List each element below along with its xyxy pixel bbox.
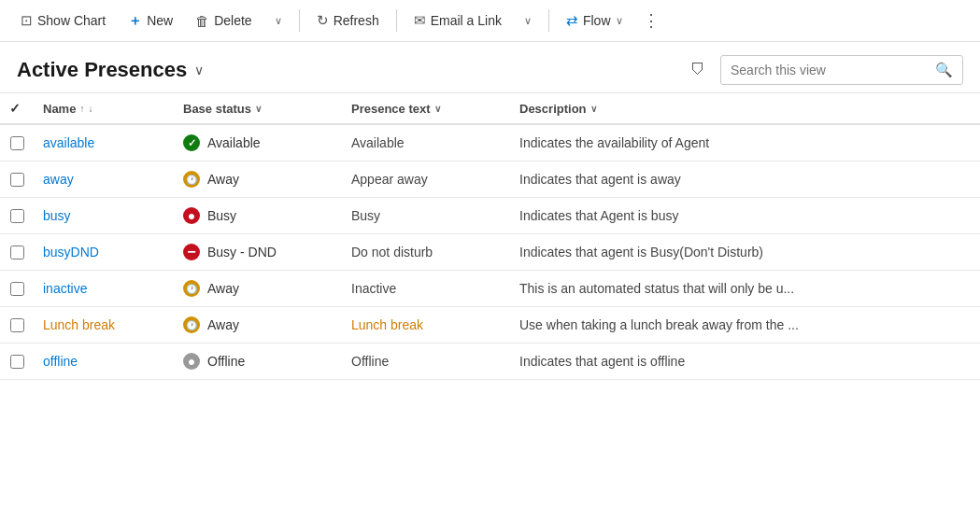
row-name-cell: offline — [34, 344, 174, 380]
row-status-cell: − Busy - DND — [174, 234, 342, 271]
row-status-cell: 🕐 Away — [174, 161, 342, 198]
status-cell: ● Busy — [183, 207, 333, 224]
row-name-link[interactable]: offline — [43, 354, 78, 369]
row-checkbox[interactable] — [10, 355, 24, 369]
row-presence-cell: Offline — [342, 344, 510, 380]
status-cell: 🕐 Away — [183, 280, 333, 297]
new-label: New — [147, 13, 173, 28]
row-name-link[interactable]: available — [43, 135, 94, 150]
search-box: 🔍 — [720, 55, 963, 85]
table-row: inactive 🕐 Away Inactive This is an auto… — [0, 271, 980, 307]
table-header: ✓ Name ↑ ↓ Base status ∨ — [0, 93, 980, 125]
delete-button[interactable]: 🗑 Delete — [186, 7, 261, 35]
show-chart-button[interactable]: ⊡ Show Chart — [11, 7, 115, 35]
header-name[interactable]: Name ↑ ↓ — [34, 93, 174, 125]
search-input[interactable] — [721, 57, 926, 83]
flow-button[interactable]: ⇄ Flow ∨ — [557, 7, 632, 35]
view-title-area: Active Presences ∨ — [17, 58, 204, 82]
status-label: Busy - DND — [207, 245, 277, 260]
status-label: Away — [207, 317, 239, 332]
header-base-status[interactable]: Base status ∨ — [174, 93, 342, 125]
desc-sort-icon: ∨ — [590, 104, 597, 114]
row-status-cell: 🕐 Away — [174, 307, 342, 344]
presence-text-label: Busy — [351, 208, 380, 223]
row-checkbox[interactable] — [10, 173, 24, 187]
refresh-button[interactable]: ↻ Refresh — [307, 7, 389, 35]
table-row: busy ● Busy Busy Indicates that Agent is… — [0, 198, 980, 234]
name-col-label: Name — [43, 102, 76, 116]
row-name-cell: away — [34, 161, 174, 198]
row-presence-cell: Lunch break — [342, 307, 510, 344]
row-checkbox-cell — [0, 271, 34, 307]
filter-icon: ⛉ — [690, 62, 705, 77]
desc-col-label: Description — [519, 102, 587, 116]
status-cell: ✓ Available — [183, 134, 333, 151]
status-indicator: 🕐 — [183, 316, 200, 333]
row-description-cell: This is an automated status that will on… — [510, 271, 980, 307]
row-name-link[interactable]: busy — [43, 208, 71, 223]
row-checkbox[interactable] — [10, 282, 24, 296]
row-name-cell: busyDND — [34, 234, 174, 271]
row-name-link[interactable]: inactive — [43, 281, 87, 296]
row-checkbox[interactable] — [10, 209, 24, 223]
header-presence-text[interactable]: Presence text ∨ — [342, 93, 510, 125]
presence-text-label: Inactive — [351, 281, 396, 296]
status-indicator: ● — [183, 207, 200, 224]
status-cell: − Busy - DND — [183, 244, 333, 260]
email-link-label: Email a Link — [431, 13, 502, 28]
row-checkbox[interactable] — [10, 318, 24, 332]
row-checkbox-cell — [0, 161, 34, 198]
description-text: Indicates the availability of Agent — [519, 135, 709, 150]
row-status-cell: ✓ Available — [174, 124, 342, 161]
dropdown-after-delete-button[interactable]: ∨ — [265, 9, 291, 33]
row-status-cell: 🕐 Away — [174, 271, 342, 307]
email-dropdown-button[interactable]: ∨ — [515, 9, 541, 33]
row-description-cell: Indicates that agent is away — [510, 161, 980, 198]
row-presence-cell: Do not disturb — [342, 234, 510, 271]
row-name-link[interactable]: busyDND — [43, 245, 99, 260]
row-checkbox-cell — [0, 198, 34, 234]
table-body: available ✓ Available Available Indicate… — [0, 124, 980, 380]
status-indicator: 🕐 — [183, 171, 200, 188]
row-name-link[interactable]: Lunch break — [43, 317, 115, 332]
row-presence-cell: Appear away — [342, 161, 510, 198]
check-mark-icon: ✓ — [9, 101, 21, 116]
filter-button[interactable]: ⛉ — [683, 57, 713, 83]
row-description-cell: Indicates that Agent is busy — [510, 198, 980, 234]
search-icon: 🔍 — [935, 62, 953, 77]
status-indicator: ✓ — [183, 134, 200, 151]
more-options-button[interactable]: ⋮ — [636, 6, 666, 35]
status-label: Away — [207, 281, 239, 296]
row-name-link[interactable]: away — [43, 172, 74, 187]
email-link-button[interactable]: ✉ Email a Link — [405, 7, 511, 35]
refresh-icon: ↻ — [317, 12, 329, 29]
row-checkbox-cell — [0, 307, 34, 344]
row-checkbox[interactable] — [10, 245, 24, 260]
table-row: away 🕐 Away Appear away Indicates that a… — [0, 161, 980, 198]
email-icon: ✉ — [414, 12, 426, 29]
row-checkbox-cell — [0, 234, 34, 271]
header-check-area: ✓ — [9, 101, 24, 116]
row-description-cell: Indicates that agent is offline — [510, 344, 980, 380]
search-button[interactable]: 🔍 — [926, 56, 962, 84]
delete-icon: 🗑 — [195, 13, 209, 29]
row-checkbox-cell — [0, 344, 34, 380]
status-sort-icon: ∨ — [255, 104, 262, 114]
new-button[interactable]: ＋ New — [119, 7, 182, 35]
presence-text-label: Offline — [351, 354, 389, 369]
flow-icon: ⇄ — [566, 12, 578, 29]
show-chart-label: Show Chart — [37, 13, 106, 28]
data-table: ✓ Name ↑ ↓ Base status ∨ — [0, 92, 980, 380]
status-label: Away — [207, 172, 239, 187]
show-chart-icon: ⊡ — [21, 12, 33, 29]
chevron-down-icon: ∨ — [275, 15, 282, 27]
view-header: Active Presences ∨ ⛉ 🔍 — [0, 42, 980, 92]
row-description-cell: Indicates that agent is Busy(Don't Distu… — [510, 234, 980, 271]
title-chevron-icon[interactable]: ∨ — [194, 63, 204, 77]
row-checkbox[interactable] — [10, 136, 24, 150]
flow-chevron-icon: ∨ — [616, 15, 623, 27]
header-description[interactable]: Description ∨ — [510, 93, 980, 125]
view-actions: ⛉ 🔍 — [683, 55, 963, 85]
row-presence-cell: Busy — [342, 198, 510, 234]
name-sort-asc-icon: ↑ — [79, 104, 84, 114]
